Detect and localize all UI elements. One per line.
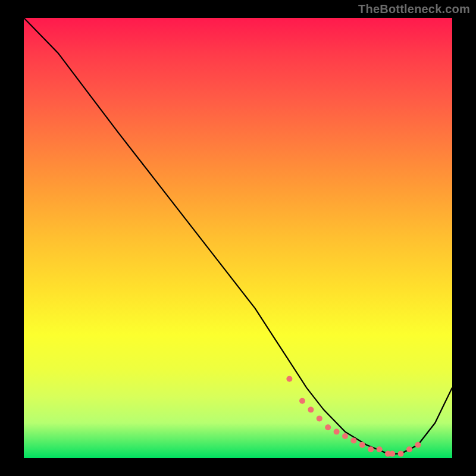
chart-stage: TheBottleneck.com: [0, 0, 476, 476]
marker-dot: [299, 398, 305, 404]
marker-dot: [342, 433, 348, 439]
plot-area: [24, 18, 452, 458]
attribution-label: TheBottleneck.com: [358, 2, 470, 16]
series-curve: [24, 18, 452, 454]
marker-dot: [406, 446, 412, 452]
marker-dot: [377, 446, 383, 452]
marker-dot: [334, 429, 340, 435]
marker-dot: [308, 407, 314, 413]
marker-dot: [359, 442, 365, 448]
marker-dot: [350, 437, 356, 443]
marker-dot: [415, 442, 421, 448]
marker-dot: [325, 424, 331, 430]
curve-svg: [24, 18, 452, 458]
marker-dot: [389, 451, 395, 457]
marker-dot: [368, 446, 374, 452]
marker-dot: [398, 451, 404, 457]
marker-dot: [286, 376, 292, 382]
marker-dot: [317, 415, 322, 421]
